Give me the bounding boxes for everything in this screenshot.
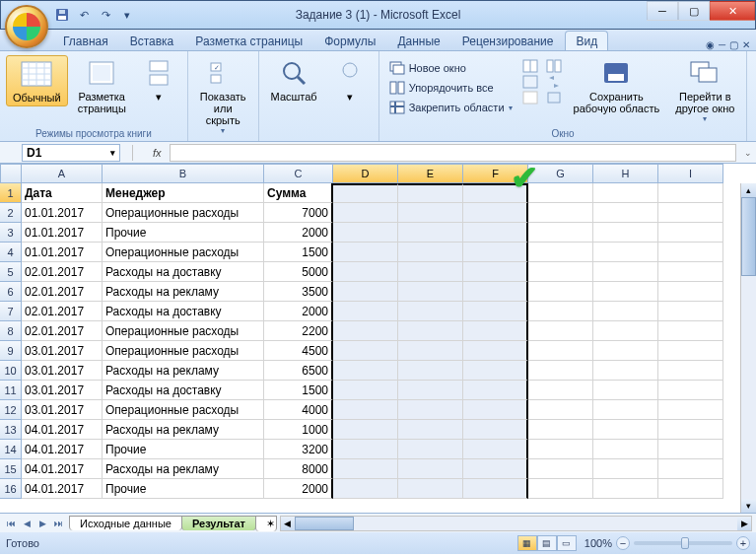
cell[interactable]: [658, 262, 723, 282]
cell[interactable]: [398, 282, 463, 302]
row-header[interactable]: 9: [0, 341, 22, 361]
cell[interactable]: [528, 479, 593, 499]
cell[interactable]: [658, 459, 723, 479]
scroll-up-icon[interactable]: ▴: [741, 183, 756, 197]
cell[interactable]: Расходы на рекламу: [103, 459, 264, 479]
cell[interactable]: [333, 341, 398, 361]
cell[interactable]: [398, 302, 463, 321]
col-header-A[interactable]: A: [22, 164, 103, 183]
zoom-level[interactable]: 100%: [584, 537, 612, 549]
zoom-thumb[interactable]: [681, 537, 689, 549]
cell[interactable]: [398, 262, 463, 282]
show-hide-button[interactable]: ✓ Показать или скрыть: [194, 55, 252, 137]
cell[interactable]: [528, 400, 593, 420]
row-header[interactable]: 3: [0, 223, 22, 243]
cell[interactable]: [333, 203, 398, 223]
cell[interactable]: [463, 341, 528, 361]
cell[interactable]: 01.01.2017: [22, 203, 103, 223]
sheet-nav-next-icon[interactable]: ▶: [35, 519, 49, 528]
scroll-left-icon[interactable]: ◀: [281, 517, 295, 530]
cell[interactable]: 4500: [264, 341, 333, 361]
cell[interactable]: Расходы на доставку: [103, 262, 264, 282]
minimize-button[interactable]: ─: [647, 1, 678, 21]
cell[interactable]: [593, 400, 658, 420]
cell[interactable]: [398, 223, 463, 243]
cell[interactable]: [528, 262, 593, 282]
cell[interactable]: Менеджер: [103, 183, 264, 203]
cell[interactable]: Прочие: [103, 223, 264, 243]
sheet-nav-first-icon[interactable]: ⏮: [4, 519, 18, 528]
cell[interactable]: [528, 302, 593, 321]
cell[interactable]: [658, 321, 723, 341]
cell[interactable]: 1500: [264, 381, 333, 400]
col-header-H[interactable]: H: [593, 164, 658, 183]
cell[interactable]: [528, 341, 593, 361]
cell[interactable]: [593, 223, 658, 243]
workbook-restore-icon[interactable]: ▢: [729, 39, 738, 50]
cell[interactable]: [593, 183, 658, 203]
cell[interactable]: 04.01.2017: [22, 479, 103, 499]
cell[interactable]: 03.01.2017: [22, 341, 103, 361]
cell[interactable]: 01.01.2017: [22, 243, 103, 262]
sheet-tab-source[interactable]: Исходные данные: [69, 516, 182, 530]
cell[interactable]: Прочие: [103, 440, 264, 459]
cell[interactable]: Операционные расходы: [103, 203, 264, 223]
cell[interactable]: 3500: [264, 282, 333, 302]
zoom-slider[interactable]: [634, 541, 732, 545]
cell[interactable]: 7000: [264, 203, 333, 223]
cell[interactable]: 1500: [264, 243, 333, 262]
cell[interactable]: [593, 282, 658, 302]
cell[interactable]: [398, 459, 463, 479]
split-icon[interactable]: [522, 59, 538, 73]
row-header[interactable]: 13: [0, 420, 22, 440]
cell[interactable]: Расходы на рекламу: [103, 420, 264, 440]
vscroll-thumb[interactable]: [741, 197, 756, 276]
cell[interactable]: [528, 321, 593, 341]
cell[interactable]: Расходы на рекламу: [103, 361, 264, 381]
tab-pagelayout[interactable]: Разметка страницы: [185, 32, 312, 50]
cell[interactable]: [593, 479, 658, 499]
namebox-dropdown-icon[interactable]: ▾: [110, 148, 115, 158]
cell[interactable]: 03.01.2017: [22, 381, 103, 400]
cell[interactable]: [463, 361, 528, 381]
cell[interactable]: [463, 262, 528, 282]
cell[interactable]: [593, 243, 658, 262]
cell[interactable]: 5000: [264, 262, 333, 282]
cell[interactable]: 01.01.2017: [22, 223, 103, 243]
formula-input[interactable]: [170, 144, 736, 162]
sheet-tab-result[interactable]: Результат: [181, 516, 256, 530]
page-layout-button[interactable]: Разметка страницы: [72, 55, 132, 116]
fx-icon[interactable]: fx: [153, 147, 162, 159]
cell[interactable]: [658, 420, 723, 440]
cell[interactable]: 2000: [264, 223, 333, 243]
undo-icon[interactable]: ↶: [76, 7, 92, 23]
cell[interactable]: [593, 420, 658, 440]
cell[interactable]: [528, 420, 593, 440]
cell[interactable]: [528, 282, 593, 302]
save-workspace-button[interactable]: Сохранить рабочую область: [568, 55, 666, 116]
col-header-D[interactable]: D: [333, 164, 398, 183]
formula-expand-icon[interactable]: ⌄: [744, 148, 752, 158]
close-button[interactable]: ✕: [710, 1, 755, 21]
workbook-close-icon[interactable]: ✕: [742, 39, 750, 50]
qat-dropdown-icon[interactable]: ▾: [119, 7, 135, 23]
cell[interactable]: [658, 223, 723, 243]
sidebyside-icon[interactable]: [546, 59, 562, 73]
freeze-panes-button[interactable]: Закрепить области: [385, 99, 516, 116]
cell[interactable]: 04.01.2017: [22, 459, 103, 479]
col-header-B[interactable]: B: [103, 164, 264, 183]
cell[interactable]: 4000: [264, 400, 333, 420]
cell[interactable]: 3200: [264, 440, 333, 459]
cell[interactable]: [333, 420, 398, 440]
cell[interactable]: [528, 223, 593, 243]
hide-icon[interactable]: [522, 75, 538, 89]
cell[interactable]: [398, 341, 463, 361]
row-header[interactable]: 10: [0, 361, 22, 381]
cell[interactable]: [333, 479, 398, 499]
cell[interactable]: 6500: [264, 361, 333, 381]
cell[interactable]: [398, 440, 463, 459]
cell[interactable]: [593, 381, 658, 400]
cell[interactable]: [593, 262, 658, 282]
cell[interactable]: [463, 282, 528, 302]
cell[interactable]: [658, 400, 723, 420]
